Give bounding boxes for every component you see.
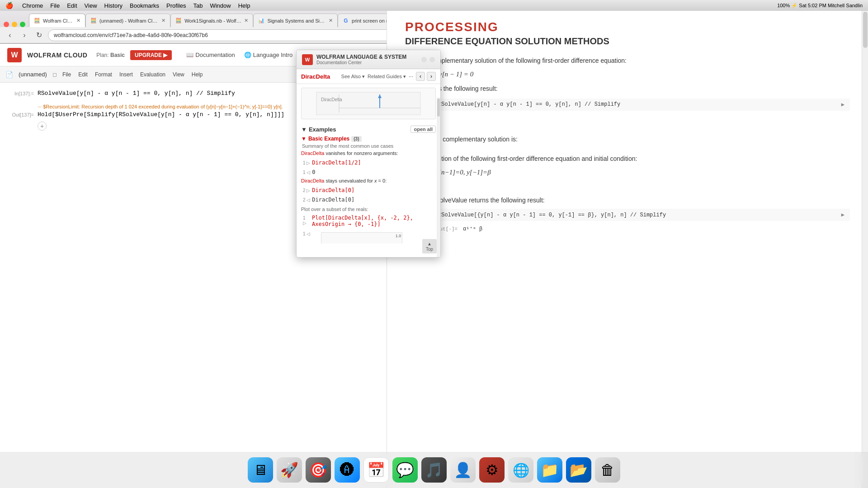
wolfram-logo: W (7, 48, 22, 62)
doc-see-also[interactable]: See Also ▾ (341, 74, 365, 80)
open-all-btn[interactable]: open all (410, 126, 436, 133)
dock-finder-blue[interactable]: 📂 (566, 457, 591, 483)
menu-help[interactable]: Help (238, 2, 250, 9)
ex-out-2: 2 ◁ (303, 197, 310, 202)
tab-favicon-1: 🧮 (34, 18, 40, 24)
forward-button[interactable]: › (19, 30, 30, 41)
window-close-btn[interactable] (4, 22, 9, 27)
doc-more-menu[interactable]: ··· (409, 73, 413, 80)
vanishes-rest: vanishes for nonzero arguments: (326, 150, 398, 156)
menu-chrome[interactable]: Chrome (22, 2, 43, 9)
nav-language-intro[interactable]: 🌐 Language Intro (244, 52, 292, 58)
tab-wolfram-cloud[interactable]: 🧮 Wolfram Cloud ✕ (29, 14, 85, 27)
notebook-favicon: 📄 (5, 71, 13, 78)
menu-view[interactable]: View (85, 2, 97, 9)
exercise-section-3: Find the solution of the following first… (405, 154, 850, 235)
code-in-content-1: RSolveValue[y[n] - α y[n - 1] == 0, y[n]… (438, 101, 838, 108)
right-scrollbar-thumb[interactable] (863, 12, 868, 48)
dock-contacts[interactable]: 👤 (450, 457, 476, 483)
code-cell-in-2[interactable]: In[·]:= RSolveValue[{y[n] - α y[n - 1] =… (405, 209, 850, 221)
exercise-section-2: equations is: therefore the complementar… (405, 120, 850, 145)
dock-finder-files[interactable]: 📁 (537, 457, 562, 483)
dirac-vanishes-text: DiracDelta DiracDelta vanishes for nonze… (301, 150, 436, 156)
menu-file[interactable]: File (50, 2, 60, 9)
url-bar[interactable]: wolframcloud.com/env/cf71ee7a-adbe-4a6d-… (48, 29, 395, 41)
dock-music[interactable]: 🎵 (421, 457, 447, 483)
doc-scrollbar-thumb[interactable] (437, 99, 440, 117)
doc-prev-next: ‹ › (416, 72, 436, 81)
menu-nb-insert[interactable]: Insert (119, 71, 133, 78)
menu-history[interactable]: History (104, 2, 123, 9)
doc-prev-button[interactable]: ‹ (416, 72, 425, 81)
doc-basic-examples-title[interactable]: ▼ Basic Examples (3) (301, 136, 436, 142)
nav-documentation[interactable]: 📖 Documentation (186, 52, 235, 58)
apple-logo[interactable]: 🍎 (5, 2, 13, 9)
code-cell-in-1[interactable]: In[·]:= RSolveValue[y[n] - α y[n - 1] ==… (405, 99, 850, 111)
tab-work1signals[interactable]: 🧮 Work1Signals.nb - Wolfra... ✕ (170, 14, 253, 27)
dock-calendar[interactable]: 📅 (363, 457, 389, 483)
dock-appstore[interactable]: 🅐 (335, 457, 360, 483)
wolfram-cloud-brand: WOLFRAM CLOUD (27, 52, 87, 59)
doc-next-button[interactable]: › (427, 72, 436, 81)
menu-window[interactable]: Window (210, 2, 231, 9)
notebook-expand-icon[interactable]: ◻ (52, 71, 57, 78)
right-panel-scrollbar[interactable] (862, 11, 868, 488)
dirac-link-1[interactable]: DiracDelta (301, 150, 324, 156)
menu-nb-format[interactable]: Format (95, 71, 112, 78)
back-to-top-button[interactable]: ▲ Top (422, 239, 437, 253)
menu-nb-help[interactable]: Help (192, 71, 203, 78)
menu-nb-evaluation[interactable]: Evaluation (140, 71, 165, 78)
code-out-content-2: α¹⁺ⁿ β (463, 225, 844, 232)
dirac-link-2[interactable]: DiracDelta (301, 178, 324, 183)
doc-examples-title[interactable]: ▼ Examples open all (301, 126, 436, 133)
cell-run-icon[interactable]: ▶ (841, 101, 844, 108)
tab-close-3[interactable]: ✕ (244, 18, 248, 23)
menu-tab[interactable]: Tab (193, 2, 203, 9)
tab-unnamed[interactable]: 🧮 (unnamed) - Wolfram Clou... ✕ (85, 14, 170, 27)
menu-profiles[interactable]: Profiles (166, 2, 186, 9)
solution-text: Function RSolveValue returns the followi… (405, 195, 850, 205)
tab-close-4[interactable]: ✕ (329, 18, 333, 23)
basic-examples-count: (3) (351, 136, 361, 142)
menu-nb-view[interactable]: View (173, 71, 184, 78)
dock-chrome[interactable]: 🌐 (508, 457, 533, 483)
window-minimize-btn[interactable] (12, 22, 17, 27)
system-icons: 100% ⚡ Sat 5:02 PM Mitchell Sandlin (777, 3, 863, 9)
add-cell-button[interactable]: + (38, 122, 47, 131)
documentation-popup: W WOLFRAM LANGUAGE & SYSTEM Documentatio… (296, 50, 441, 258)
ex-3-input[interactable]: Plot[DiracDelta[x], {x, -2, 2}, AxesOrig… (312, 215, 434, 227)
tab-title-4: Signals Systems and Sign... (267, 18, 326, 23)
example-row-2-out: 2 ◁ DiracDelta[0] (301, 196, 436, 204)
dock-rocket[interactable]: 🎯 (306, 457, 331, 483)
back-button[interactable]: ‹ (5, 30, 15, 41)
dock-launchpad[interactable]: 🚀 (277, 457, 302, 483)
dock-trash[interactable]: 🗑 (595, 457, 620, 483)
code-in-content-2: RSolveValue[{y[n] - α y[n - 1] == 0, y[-… (438, 212, 838, 218)
menu-nb-file[interactable]: File (62, 71, 71, 78)
window-maximize-btn[interactable] (20, 22, 25, 27)
upgrade-button[interactable]: UPGRADE ▶ (130, 50, 172, 60)
doc-close-btn[interactable] (429, 57, 435, 62)
dock-messages[interactable]: 💬 (392, 457, 418, 483)
dock-music-icon: 🎵 (425, 461, 443, 479)
tab-favicon-4: 📊 (258, 18, 264, 24)
dock-finder2-icon: 📂 (570, 461, 588, 479)
tab-signals-systems[interactable]: 📊 Signals Systems and Sign... ✕ (253, 14, 338, 27)
dock-item-red[interactable]: ⚙ (479, 457, 505, 483)
menu-edit[interactable]: Edit (67, 2, 77, 9)
ex-2-input[interactable]: DiracDelta[0] (312, 187, 354, 193)
dock-finder[interactable]: 🖥 (248, 457, 273, 483)
menu-bookmarks[interactable]: Bookmarks (130, 2, 159, 9)
tab-close-1[interactable]: ✕ (76, 18, 80, 23)
tab-close-2[interactable]: ✕ (161, 18, 165, 23)
ex-1-input[interactable]: DiracDelta[1/2] (312, 160, 361, 166)
cell-run-icon-2[interactable]: ▶ (841, 211, 844, 218)
doc-scrollbar[interactable] (437, 98, 440, 257)
doc-expand-btn[interactable] (421, 57, 427, 62)
doc-related-guides[interactable]: Related Guides ▾ (368, 74, 406, 80)
reload-button[interactable]: ↻ (33, 30, 44, 41)
ex-num-3: 1 ▷ (303, 216, 310, 225)
example-row-2: 2 ▷ DiracDelta[0] (301, 186, 436, 194)
menu-nb-edit[interactable]: Edit (78, 71, 88, 78)
top-arrow-icon: ▲ (427, 241, 432, 246)
